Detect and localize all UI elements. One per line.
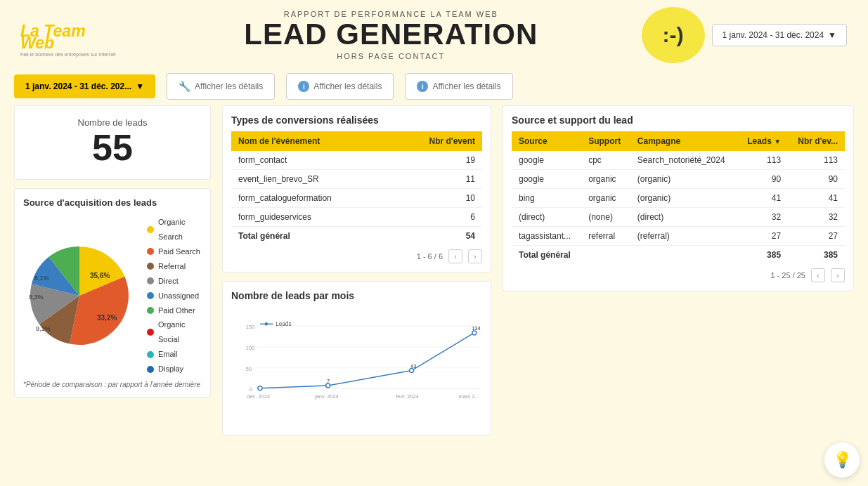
leads-val: 113 [737,151,788,170]
svg-point-28 [265,322,268,325]
nbr-val: 113 [788,151,845,170]
support-val: organic [581,170,630,189]
legend-item: Paid Search [147,244,202,259]
table-row: form_guideservices6 [231,208,482,227]
legend-item: Email [147,347,202,362]
leads-label: Nombre de leads [26,117,199,128]
detail-label-3: Afficher les détails [432,81,500,91]
svg-text:35,6%: 35,6% [90,272,110,280]
dropdown-arrow-icon: ▼ [828,30,836,40]
source-col-source: Source [512,131,581,151]
legend-label: Display [158,362,183,376]
leads-number: 55 [26,128,199,168]
detail-label-1: Afficher les détails [195,81,263,91]
header-right: :-) 1 janv. 2024 - 31 déc. 2024 ▼ [642,7,847,63]
support-val: cpc [581,151,630,170]
support-val: organic [581,189,630,208]
svg-text:8,3%: 8,3% [29,294,44,301]
legend-item: Paid Other [147,303,202,318]
nbr-val: 27 [788,227,845,246]
campagne-val: Search_notoriété_2024 [630,151,738,170]
subtitle: HORS PAGE CONTACT [141,52,642,60]
leads-val: 27 [737,227,788,246]
svg-text:0: 0 [250,386,252,393]
source-prev-button[interactable]: ‹ [811,268,825,282]
source-val: tagassistant... [512,227,581,246]
conversions-section: Types de conversions réalisées Nom de l'… [222,105,491,272]
svg-text:33,2%: 33,2% [97,314,117,322]
table-row: form_catalogueformation10 [231,189,482,208]
conversions-title: Types de conversions réalisées [231,114,482,126]
dropdown-icon: ▼ [136,81,144,91]
center-panel: Types de conversions réalisées Nom de l'… [222,105,491,435]
wrench-icon: 🔧 [179,81,190,92]
source-val: google [512,170,581,189]
toolbar: 1 janv. 2024 - 31 déc. 202... ▼ 🔧 Affich… [0,67,868,105]
source-val: bing [512,189,581,208]
logo-svg: La Team Web Fait le bonheur des entrepri… [14,10,127,59]
leads-val: 41 [737,189,788,208]
total-label: Total général [231,227,392,246]
date-selector-top[interactable]: 1 janv. 2024 - 31 déc. 2024 ▼ [712,24,847,46]
svg-text:mars 2...: mars 2... [459,393,479,400]
info-icon-2: i [417,81,428,92]
legend-item: Unassigned [147,289,202,303]
legend-dot [147,226,154,233]
prev-page-button[interactable]: ‹ [448,249,462,263]
svg-text:janv. 2024: janv. 2024 [314,393,339,400]
event-name: event_lien_brevo_SR [231,170,392,189]
leads-val: 32 [737,208,788,227]
legend-item: Referral [147,259,202,274]
svg-text:8,1%: 8,1% [34,275,49,282]
legend-item: Display [147,362,202,376]
pie-chart: 35,6% 33,2% 9,1% 8,3% 8,1% [23,239,136,352]
detail-button-2[interactable]: i Afficher les détails [286,73,394,100]
svg-text:7: 7 [327,378,330,384]
support-val: (none) [581,208,630,227]
event-name: form_contact [231,151,392,170]
pagination-text: 1 - 6 / 6 [417,252,443,261]
table-row: googleorganic(organic)9090 [512,170,845,189]
col-nbr-header: Nbr d'event [392,131,482,151]
date-range-button[interactable]: 1 janv. 2024 - 31 déc. 202... ▼ [14,74,155,98]
lightbulb-icon[interactable]: 💡 [824,442,860,478]
main-content: Nombre de leads 55 Source d'acquisition … [0,105,868,435]
total-value: 54 [392,227,482,246]
leads-chart: 150 100 50 0 [231,307,482,419]
event-value: 19 [392,151,482,170]
source-total-leads: 385 [737,246,788,265]
conversions-pagination: 1 - 6 / 6 ‹ › [231,249,482,263]
source-pagination-text: 1 - 25 / 25 [770,271,805,280]
col-event-header: Nom de l'événement [231,131,392,151]
source-next-button[interactable]: › [831,268,845,282]
svg-text:Web: Web [20,34,54,52]
nbr-val: 32 [788,208,845,227]
emoji-bubble: :-) [642,7,705,63]
acquisition-box: Source d'acquisition des leads [14,188,211,398]
legend-label: Direct [158,274,179,289]
table-row: bingorganic(organic)4141 [512,189,845,208]
source-total-nbr: 385 [788,246,845,265]
table-row: tagassistant...referral(referral)2727 [512,227,845,246]
left-panel: Nombre de leads 55 Source d'acquisition … [14,105,211,435]
leads-val: 90 [737,170,788,189]
next-page-button[interactable]: › [468,249,482,263]
nbr-val: 41 [788,189,845,208]
legend-label: Organic Social [158,317,202,347]
leads-month-section: Nombre de leads par mois 150 100 50 0 [222,281,491,435]
legend-list: Organic SearchPaid SearchReferralDirectU… [147,215,202,376]
logo-area: La Team Web Fait le bonheur des entrepri… [14,10,141,61]
right-panel: Source et support du lead Source Support… [503,105,854,435]
header: La Team Web Fait le bonheur des entrepri… [0,0,868,67]
conversions-table: Nom de l'événement Nbr d'event form_cont… [231,131,482,245]
detail-button-1[interactable]: 🔧 Afficher les détails [167,73,275,100]
svg-text:50: 50 [246,366,252,372]
source-total-label: Total général [512,246,737,265]
source-title: Source et support du lead [512,114,845,126]
page-title: LEAD GENERATION [141,18,642,51]
detail-button-3[interactable]: i Afficher les détails [405,73,512,100]
source-col-leads[interactable]: Leads ▼ [737,131,788,151]
event-value: 10 [392,189,482,208]
legend-label: Referral [158,259,186,274]
leads-month-title: Nombre de leads par mois [231,290,482,301]
